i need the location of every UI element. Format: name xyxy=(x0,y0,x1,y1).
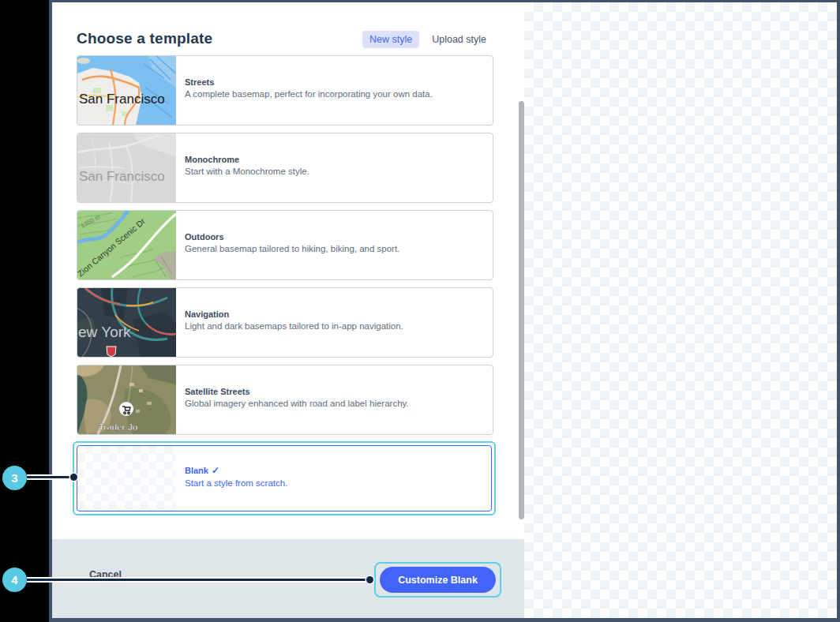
satellite-map-image: Trader Jo xyxy=(77,365,176,434)
navigation-thumb-label: ew York xyxy=(78,324,131,340)
selected-check-icon: ✓ xyxy=(212,465,219,476)
template-name: Satellite Streets xyxy=(185,387,409,396)
tab-upload-style[interactable]: Upload style xyxy=(425,31,493,48)
style-source-tabs: New style Upload style xyxy=(362,31,493,48)
template-name: Streets xyxy=(185,77,433,87)
template-description: Light and dark basemaps tailored to in-a… xyxy=(185,321,403,331)
satellite-text: Satellite Streets Global imagery enhance… xyxy=(176,365,420,434)
monochrome-map-image: San Francisco xyxy=(77,133,176,202)
template-name: Navigation xyxy=(185,309,403,319)
page-area: Choose a template New style Upload style xyxy=(52,2,837,618)
template-description: Start with a Monochrome style. xyxy=(185,167,309,176)
template-card-blank[interactable]: Blank✓ Start a style from scratch. xyxy=(77,445,492,511)
monochrome-text: Monochrome Start with a Monochrome style… xyxy=(176,133,321,202)
monochrome-thumbnail: San Francisco xyxy=(77,133,176,202)
template-name: Blank✓ xyxy=(185,465,287,476)
streets-map-image: San Francisco xyxy=(77,56,176,125)
outdoors-map-image: 1350 m Zion Canyon Scenic Dr xyxy=(77,211,176,279)
annotation-line-3 xyxy=(27,476,71,478)
template-card-streets[interactable]: San Francisco Streets A complete basemap… xyxy=(77,55,493,126)
monochrome-thumb-label: San Francisco xyxy=(79,169,165,184)
outdoors-text: Outdoors General basemap tailored to hik… xyxy=(176,211,411,279)
blank-label: Blank xyxy=(185,466,208,475)
navigation-map-image: ew York xyxy=(77,288,176,357)
template-card-navigation[interactable]: ew York Navigation Light and dark basema… xyxy=(77,287,493,358)
page-title: Choose a template xyxy=(77,30,212,47)
annotation-dot-4 xyxy=(366,576,373,583)
blank-thumbnail xyxy=(77,446,176,511)
outdoors-thumbnail: 1350 m Zion Canyon Scenic Dr xyxy=(77,211,176,279)
annotation-marker-4: 4 xyxy=(2,568,27,592)
annotation-margin xyxy=(0,0,49,622)
template-card-monochrome[interactable]: San Francisco Monochrome Start with a Mo… xyxy=(77,133,493,203)
choose-template-dialog: Choose a template New style Upload style xyxy=(52,2,524,618)
template-description: Start a style from scratch. xyxy=(185,478,287,488)
satellite-thumb-label: Trader Jo xyxy=(99,422,138,432)
template-description: General basemap tailored to hiking, biki… xyxy=(185,244,399,253)
streets-text: Streets A complete basemap, perfect for … xyxy=(176,56,444,125)
annotation-marker-3: 3 xyxy=(2,466,27,490)
transparency-checker-backdrop xyxy=(524,2,837,618)
annotation-line-4 xyxy=(27,579,367,581)
customize-button-highlight: Customize Blank xyxy=(374,562,501,598)
annotation-dot-3 xyxy=(70,474,77,481)
template-description: Global imagery enhanced with road and la… xyxy=(185,399,409,408)
template-card-satellite-streets[interactable]: Trader Jo Satellite Streets Global image… xyxy=(77,365,493,435)
template-card-outdoors[interactable]: 1350 m Zion Canyon Scenic Dr Outdoors Ge… xyxy=(77,210,493,280)
blank-selection-highlight: Blank✓ Start a style from scratch. xyxy=(73,441,496,515)
window-frame: Choose a template New style Upload style xyxy=(49,0,840,622)
satellite-thumbnail: Trader Jo xyxy=(77,365,176,434)
streets-thumbnail: San Francisco xyxy=(77,56,176,125)
streets-thumb-label: San Francisco xyxy=(79,92,165,107)
annotated-screenshot: Choose a template New style Upload style xyxy=(0,0,840,622)
template-description: A complete basemap, perfect for incorpor… xyxy=(185,89,433,99)
template-name: Outdoors xyxy=(185,232,399,242)
navigation-text: Navigation Light and dark basemaps tailo… xyxy=(176,288,414,357)
tab-new-style[interactable]: New style xyxy=(362,31,419,48)
blank-text: Blank✓ Start a style from scratch. xyxy=(176,446,298,511)
template-name: Monochrome xyxy=(185,155,309,164)
scrollbar-thumb[interactable] xyxy=(519,101,524,519)
navigation-thumbnail: ew York xyxy=(77,288,176,357)
customize-blank-button[interactable]: Customize Blank xyxy=(380,567,496,593)
